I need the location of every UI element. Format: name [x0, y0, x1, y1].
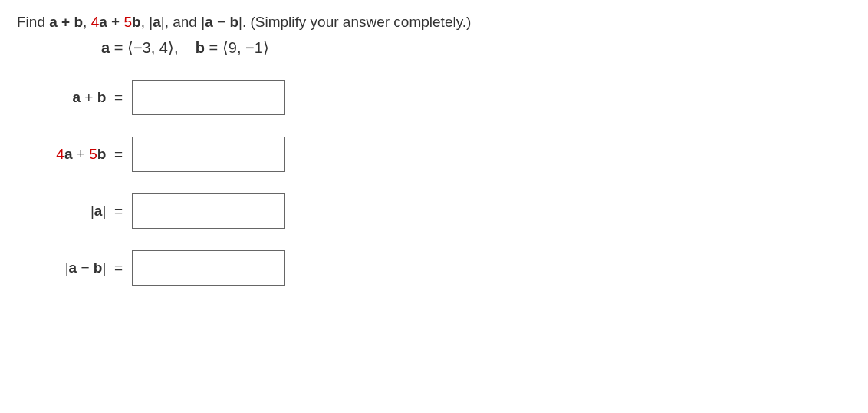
label-abs-a-minus-b: |a − b| = [32, 259, 132, 276]
q-part2-b: b [132, 14, 141, 30]
r1-eq: = [106, 89, 123, 105]
r1-plus: + [81, 89, 97, 105]
def-b-eq: = [205, 39, 222, 56]
def-b-label: b [196, 39, 205, 56]
q-part3-a: a [153, 14, 161, 30]
r1-b: b [97, 89, 107, 105]
def-a-vals: −3, 4 [133, 39, 168, 56]
def-a-eq: = [110, 39, 127, 56]
r2-plus: + [73, 146, 90, 162]
q-part2-5: 5 [123, 14, 132, 30]
row-abs-a-minus-b: |a − b| = [32, 250, 851, 286]
r2-4: 4 [56, 146, 64, 162]
r2-b: b [97, 146, 107, 162]
q-part2-plus: + [107, 14, 124, 30]
def-b-close: ⟩ [263, 39, 269, 56]
label-a-plus-b: a + b = [32, 89, 132, 106]
q-sep3: , and [165, 14, 202, 30]
question-text: Find a + b, 4a + 5b, |a|, and |a − b|. (… [17, 14, 851, 31]
r3-a: a [94, 203, 103, 219]
r2-5: 5 [89, 146, 97, 162]
row-a-plus-b: a + b = [32, 80, 851, 115]
question-prefix: Find [17, 14, 49, 30]
r4-eq: = [106, 259, 123, 276]
q-sep2: , [141, 14, 150, 30]
r3-eq: = [106, 203, 123, 219]
q-sep1: , [83, 14, 91, 30]
row-4a-plus-5b: 4a + 5b = [32, 137, 851, 172]
r4-a: a [69, 259, 77, 276]
def-b-vals: 9, −1 [229, 39, 263, 56]
q-part4-minus: − [213, 14, 230, 30]
r2-a: a [64, 146, 73, 162]
r1-a: a [73, 89, 81, 105]
r4-b: b [94, 259, 103, 276]
label-abs-a: |a| = [32, 203, 132, 220]
row-abs-a: |a| = [32, 193, 851, 229]
def-a-label: a [101, 39, 110, 56]
input-a-plus-b[interactable] [132, 80, 285, 115]
question-suffix: . (Simplify your answer completely.) [242, 14, 471, 30]
def-b-open: ⟨ [222, 39, 229, 56]
vector-definitions: a = ⟨−3, 4⟩, b = ⟨9, −1⟩ [101, 38, 851, 57]
input-abs-a-minus-b[interactable] [132, 250, 285, 286]
label-4a-plus-5b: 4a + 5b = [32, 146, 132, 163]
r4-minus: − [77, 259, 94, 276]
def-gap: , [174, 39, 196, 56]
answer-rows: a + b = 4a + 5b = |a| = |a − b| = [32, 80, 851, 286]
q-part1: a + b [49, 14, 83, 30]
def-a-close: ⟩ [168, 39, 174, 56]
q-part2-a: a [99, 14, 107, 30]
q-part4-b: b [229, 14, 238, 30]
def-a-open: ⟨ [127, 39, 133, 56]
q-part4-a: a [205, 14, 213, 30]
input-abs-a[interactable] [132, 193, 285, 229]
r2-eq: = [106, 146, 123, 162]
q-part2-4: 4 [91, 14, 100, 30]
input-4a-plus-5b[interactable] [132, 137, 285, 172]
